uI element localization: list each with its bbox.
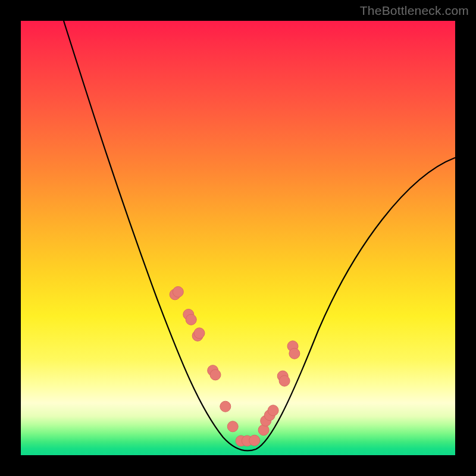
highlight-dot — [279, 375, 290, 386]
highlight-dot — [186, 314, 196, 325]
highlight-dot — [289, 348, 300, 359]
highlight-dot — [173, 287, 183, 298]
highlight-dot — [220, 401, 231, 412]
highlight-dot — [227, 421, 238, 432]
highlight-dot — [194, 328, 205, 339]
bottleneck-curve — [64, 21, 455, 451]
highlight-dots — [170, 287, 300, 446]
chart-svg — [21, 21, 455, 455]
highlight-dot — [249, 435, 260, 446]
chart-frame: TheBottleneck.com — [0, 0, 476, 476]
chart-plot-area — [21, 21, 455, 455]
highlight-dot — [210, 369, 221, 380]
watermark-text: TheBottleneck.com — [360, 4, 469, 18]
highlight-dot — [268, 405, 278, 416]
